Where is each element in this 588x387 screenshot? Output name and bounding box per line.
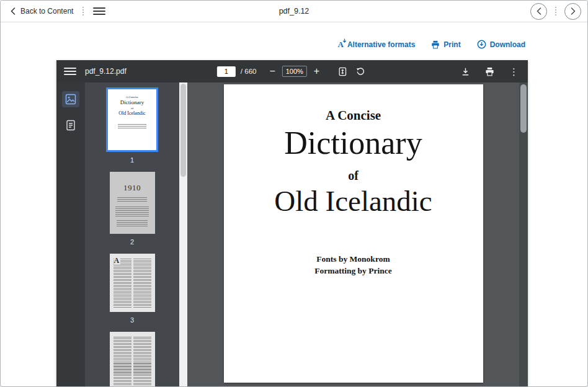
document-title: pdf_9.12 — [279, 7, 310, 16]
thumbnail-text-lines — [117, 197, 147, 203]
title-line-a-concise: A Concise — [224, 108, 483, 123]
page-number-input[interactable] — [217, 66, 236, 77]
sidebar-toggle-button[interactable] — [64, 66, 76, 76]
title-line-old-icelandic: Old Icelandic — [224, 184, 483, 218]
document-outline-icon — [65, 120, 76, 131]
top-bar-divider — [555, 7, 556, 16]
print-label: Print — [443, 40, 460, 49]
thumbnail-2-label: 2 — [130, 238, 134, 246]
pdf-body: A Concise Dictionary of Old Icelandic 1 … — [56, 82, 528, 387]
thumbnail-1-label: 1 — [130, 156, 134, 164]
alternative-formats-button[interactable]: A Alternative formats — [338, 40, 416, 49]
thumbnail-text-column — [114, 259, 131, 308]
download-label: Download — [490, 40, 525, 49]
back-label: Back to Content — [20, 7, 73, 16]
chevron-left-icon — [537, 7, 541, 15]
chevron-right-icon — [571, 7, 576, 15]
print-button[interactable]: Print — [431, 40, 460, 49]
title-line-of: of — [224, 169, 483, 183]
thumbnail-1-cover: A Concise Dictionary of Old Icelandic — [108, 89, 156, 150]
minus-icon: − — [269, 66, 275, 76]
credit-formatting: Formatting by Prince — [224, 265, 483, 277]
alternative-formats-icon: A — [338, 40, 344, 48]
download-circle-icon — [477, 40, 486, 49]
pdf-toolbar-right: ⋮ — [459, 66, 520, 78]
pdf-toolbar-left: pdf_9.12.pdf — [64, 66, 127, 76]
pdf-toolbar-center: / 660 − 100% + — [217, 65, 367, 78]
download-icon — [461, 67, 470, 76]
thumbnail-text-lines — [115, 207, 149, 216]
thumbnails-view-button[interactable] — [62, 91, 79, 107]
back-chevron-icon — [11, 7, 16, 15]
thumbnail-3-dropcap: A — [114, 257, 121, 265]
menu-icon — [64, 68, 76, 69]
alternative-formats-label: Alternative formats — [347, 40, 415, 49]
pdf-viewer: pdf_9.12.pdf / 660 − 100% + — [56, 60, 528, 387]
download-button[interactable]: Download — [477, 40, 525, 49]
thumbnail-panel: A Concise Dictionary of Old Icelandic 1 … — [85, 82, 179, 387]
thumbnail-text-column — [114, 337, 131, 387]
page-total: / 660 — [241, 68, 257, 75]
top-bar-right — [530, 3, 581, 20]
zoom-out-button[interactable]: − — [267, 65, 277, 78]
credits-block: Fonts by Monokrom Formatting by Prince — [224, 254, 483, 277]
plus-icon: + — [314, 66, 319, 76]
pdf-filename: pdf_9.12.pdf — [85, 67, 127, 76]
thumbnail-text-lines — [117, 220, 148, 226]
pdf-toolbar: pdf_9.12.pdf / 660 − 100% + — [56, 60, 528, 82]
course-menu-button[interactable] — [93, 6, 105, 16]
zoom-level-value: 100% — [286, 68, 303, 75]
thumbnail-text-column — [133, 337, 151, 387]
thumbnail-page-4[interactable] — [110, 332, 155, 387]
thumbnail-page-3[interactable]: A — [110, 254, 155, 312]
thumbnail-page-1[interactable]: A Concise Dictionary of Old Icelandic — [106, 87, 158, 152]
thumbnail-page-2[interactable]: 1910 — [110, 172, 155, 234]
thumbnail-text-column — [133, 259, 151, 308]
printer-icon — [485, 67, 494, 76]
top-bar: Back to Content pdf_9.12 — [1, 1, 587, 22]
credit-fonts: Fonts by Monokrom — [224, 254, 483, 265]
hamburger-icon — [93, 7, 105, 9]
zoom-in-button[interactable]: + — [312, 65, 321, 78]
more-options-icon: ⋮ — [509, 67, 519, 76]
rotate-counterclockwise-icon — [356, 67, 365, 76]
thumbnail-2-year: 1910 — [110, 172, 155, 193]
fit-to-page-icon — [338, 67, 347, 76]
print-icon — [431, 40, 440, 49]
thumbnail-text-lines — [118, 124, 146, 129]
document-page-1: A Concise Dictionary of Old Icelandic Fo… — [224, 84, 483, 383]
document-scrollbar[interactable] — [519, 82, 528, 387]
title-line-dictionary: Dictionary — [224, 125, 483, 161]
fit-to-page-button[interactable] — [336, 66, 349, 78]
pdf-download-button[interactable] — [459, 66, 472, 78]
outline-view-button[interactable] — [62, 117, 79, 133]
thumbnails-icon — [65, 94, 76, 105]
document-area: A Concise Dictionary of Old Icelandic Fo… — [187, 82, 519, 387]
document-action-bar: A Alternative formats Print Download — [338, 40, 525, 49]
top-bar-divider — [82, 7, 84, 16]
app-window: Back to Content pdf_9.12 — [0, 0, 588, 387]
thumbnail-scrollbar[interactable] — [179, 82, 187, 387]
next-item-button[interactable] — [564, 3, 581, 20]
sidebar-icon-strip — [56, 82, 85, 387]
thumbnail-3-label: 3 — [130, 316, 134, 324]
rotate-button[interactable] — [354, 66, 367, 78]
more-options-button[interactable]: ⋮ — [507, 66, 520, 78]
top-bar-left: Back to Content — [11, 6, 105, 16]
back-to-content-button[interactable]: Back to Content — [11, 7, 73, 16]
previous-item-button[interactable] — [530, 3, 547, 20]
pdf-print-button[interactable] — [483, 66, 496, 78]
zoom-level-control[interactable]: 100% — [282, 66, 307, 77]
document-scrollbar-thumb[interactable] — [520, 84, 527, 133]
thumbnail-scrollbar-thumb[interactable] — [180, 84, 186, 177]
